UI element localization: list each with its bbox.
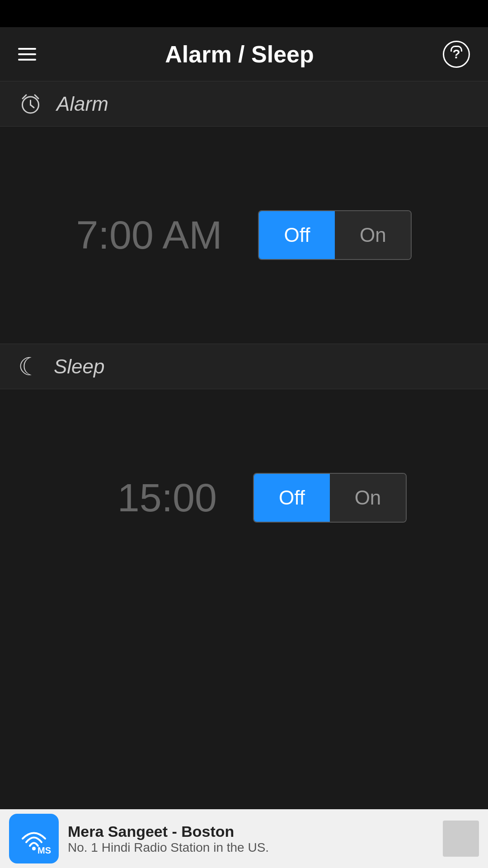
page-title: Alarm / Sleep (165, 41, 314, 68)
sleep-off-button[interactable]: Off (254, 474, 330, 522)
alarm-section-content: 7:00 AM Off On (0, 127, 488, 344)
svg-line-2 (31, 105, 34, 108)
app-header: Alarm / Sleep (0, 27, 488, 81)
svg-point-5 (32, 847, 36, 850)
sleep-section-header: ☾ Sleep (0, 344, 488, 389)
sleep-time[interactable]: 15:00 (81, 475, 217, 521)
menu-button[interactable] (18, 48, 36, 61)
notification-app-icon: MS (9, 814, 59, 863)
alarm-section-header: Alarm (0, 81, 488, 127)
notification-content: Mera Sangeet - Boston No. 1 Hindi Radio … (68, 823, 434, 855)
alarm-toggle[interactable]: Off On (258, 210, 412, 260)
notification-title: Mera Sangeet - Boston (68, 823, 434, 840)
status-bar (0, 0, 488, 27)
notification-subtitle: No. 1 Hindi Radio Station in the US. (68, 840, 434, 855)
alarm-time[interactable]: 7:00 AM (76, 212, 222, 258)
alarm-clock-icon (18, 91, 43, 116)
sleep-toggle[interactable]: Off On (253, 473, 407, 523)
sleep-on-button[interactable]: On (330, 474, 406, 522)
notification-bar[interactable]: MS Mera Sangeet - Boston No. 1 Hindi Rad… (0, 809, 488, 868)
help-cloud-icon[interactable] (443, 41, 470, 68)
alarm-section-label: Alarm (56, 93, 108, 115)
alarm-off-button[interactable]: Off (259, 211, 335, 259)
sleep-section-label: Sleep (54, 355, 105, 378)
alarm-on-button[interactable]: On (335, 211, 411, 259)
notification-thumbnail (443, 821, 479, 857)
sleep-section-content: 15:00 Off On (0, 389, 488, 606)
moon-icon: ☾ (18, 352, 40, 381)
